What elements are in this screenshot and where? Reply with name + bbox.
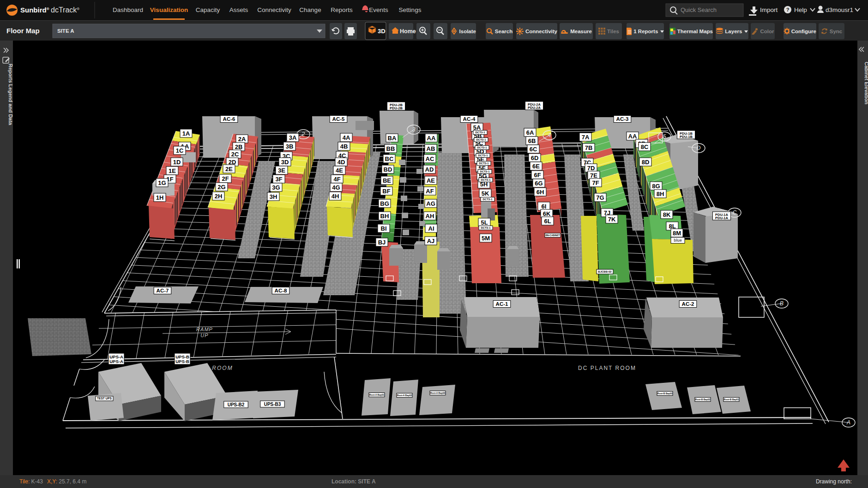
svg-text:2D: 2D [229,159,236,166]
svg-text:4G: 4G [332,184,340,191]
svg-text:1C: 1C [176,147,184,154]
svg-text:Reports: Reports [331,6,353,13]
svg-text:6K: 6K [543,210,551,217]
svg-text:3H: 3H [270,193,277,200]
svg-text:A: A [846,419,850,426]
svg-text:Floor Map: Floor Map [6,27,40,35]
svg-text:BA: BA [388,135,397,142]
svg-text:BF: BF [382,188,390,195]
svg-text:DCT3-1: DCT3-1 [479,162,489,165]
svg-text:DCT3-1: DCT3-1 [480,170,490,173]
svg-text:6L: 6L [544,218,551,225]
svg-text:PDU-1B: PDU-1B [680,135,693,139]
svg-text:Root-B Bay01: Root-B Bay01 [724,398,739,401]
svg-text:UP: UP [200,333,208,338]
svg-text:BN-CABINET: BN-CABINET [545,234,560,237]
svg-text:Root-A Bay01: Root-A Bay01 [369,393,385,396]
svg-text:Help: Help [794,6,807,13]
svg-text:7F: 7F [592,179,599,186]
svg-text:blue: blue [674,238,682,243]
svg-text:AG: AG [426,200,435,207]
svg-text:5M: 5M [482,235,490,242]
svg-text:ROOM: ROOM [212,365,233,371]
svg-text:AC-1: AC-1 [496,301,508,307]
svg-text:1H: 1H [156,194,164,201]
svg-text:Import: Import [760,6,778,13]
svg-text:2B: 2B [235,143,243,150]
svg-text:7G: 7G [596,194,604,201]
svg-text:6G: 6G [535,180,542,187]
svg-text:3E: 3E [278,167,285,174]
svg-text:6B: 6B [528,137,536,144]
svg-text:6A: 6A [526,129,534,136]
svg-text:1E: 1E [169,167,176,174]
svg-text:TEST UPS: TEST UPS [97,397,112,400]
svg-text:DCT3-1: DCT3-1 [478,154,488,157]
svg-text:Change: Change [299,6,321,13]
svg-text:BD: BD [384,166,392,173]
svg-text:3G: 3G [272,184,280,191]
svg-text:5A: 5A [473,124,481,131]
svg-text:DCT3-1: DCT3-1 [475,131,485,134]
svg-text:8G: 8G [652,183,660,190]
svg-text:DC PLANT ROOM: DC PLANT ROOM [578,365,636,371]
svg-text:3F: 3F [275,176,282,183]
svg-text:BH: BH [380,213,389,220]
svg-text:AC-4: AC-4 [463,116,476,122]
svg-text:3D: 3D [281,159,289,166]
svg-text:Root-B Bay02: Root-B Bay02 [695,398,711,401]
svg-text:1D: 1D [173,159,181,166]
svg-text:Capacity: Capacity [196,6,220,13]
svg-text:AB: AB [427,145,435,152]
svg-text:AC-6: AC-6 [223,116,235,122]
svg-text:2G: 2G [217,184,225,190]
svg-text:BB: BB [386,145,395,152]
svg-text:AC-8: AC-8 [275,288,287,293]
svg-text:AC-7: AC-7 [157,288,169,293]
svg-text:3B: 3B [286,143,294,150]
svg-text:BI: BI [381,225,387,232]
svg-text:Root-B Bay03: Root-B Bay03 [657,392,673,395]
svg-text:8M: 8M [673,230,681,237]
svg-text:6F: 6F [534,172,541,179]
svg-text:UPS-A: UPS-A [109,359,123,364]
svg-text:Sunbird®: Sunbird® [20,6,49,14]
svg-text:UPS-B: UPS-B [175,359,189,364]
svg-text:Reports Legend and Data: Reports Legend and Data [8,64,13,125]
svg-text:Settings: Settings [399,6,422,13]
svg-text:6I: 6I [542,203,547,210]
svg-text:AD: AD [425,166,434,173]
svg-text:5: 5 [663,133,666,140]
svg-text:8L: 8L [669,223,675,230]
svg-text:5K: 5K [482,190,489,197]
svg-text:Root-A Bay03: Root-A Bay03 [430,392,446,394]
svg-text:BE: BE [383,177,391,184]
svg-text:PDU-1A: PDU-1A [715,216,729,220]
svg-text:2C: 2C [231,151,239,158]
svg-text:4H: 4H [332,193,339,200]
svg-text:7E: 7E [590,172,597,179]
svg-text:B: B [780,300,784,307]
svg-text:Quick Search: Quick Search [681,6,717,13]
svg-text:BG: BG [380,200,389,207]
svg-text:7D: 7D [587,165,595,172]
svg-text:3A: 3A [289,134,297,141]
svg-text:2H: 2H [215,193,223,200]
svg-text:AC: AC [426,155,434,162]
svg-text:4E: 4E [336,167,343,174]
svg-text:AC-5: AC-5 [332,116,345,122]
svg-text:BJCBB-02: BJCBB-02 [598,270,612,273]
svg-text:8C: 8C [641,143,649,150]
svg-text:1A: 1A [182,130,190,137]
svg-text:Cabinet Elevation: Cabinet Elevation [864,62,868,105]
svg-text:Events: Events [369,6,388,13]
svg-text:2E: 2E [225,166,233,173]
svg-text:4F: 4F [333,176,340,183]
svg-text:DCT3-1: DCT3-1 [477,146,487,149]
svg-text:7B: 7B [585,144,593,151]
svg-text:6D: 6D [531,155,539,161]
svg-text:PDU-2A: PDU-2A [528,106,541,110]
svg-text:SITE A: SITE A [57,28,74,34]
svg-text:Assets: Assets [229,6,248,13]
svg-text:AI: AI [428,225,434,232]
